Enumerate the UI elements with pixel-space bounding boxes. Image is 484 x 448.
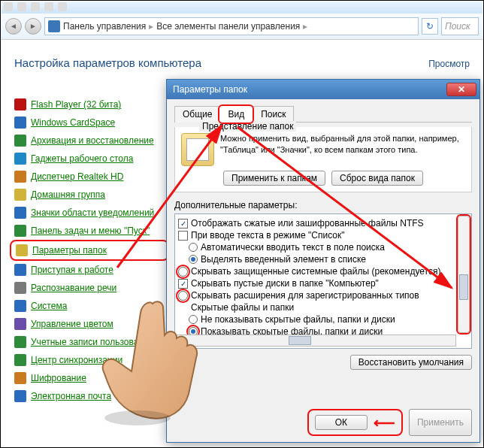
horizontal-scrollbar[interactable] [177,334,456,347]
checkbox[interactable] [178,267,188,277]
cp-item-1[interactable]: Windows CardSpace [14,117,165,129]
checkbox[interactable] [178,219,188,229]
checkbox[interactable] [178,279,188,289]
advanced-tree[interactable]: Отображать сжатые или зашифрованные файл… [174,213,472,349]
tree-label: Отображать сжатые или зашифрованные файл… [191,218,424,229]
cp-item-3[interactable]: Гаджеты рабочего стола [14,153,165,165]
cp-item-0[interactable]: Flash Player (32 бита) [14,98,165,110]
cp-item-icon [14,135,26,147]
tab-general[interactable]: Общие [174,106,220,123]
tree-label: Выделять введенный элемент в списке [201,254,366,265]
tree-label: Скрытые файлы и папки [191,302,294,313]
forward-button[interactable]: ► [25,18,41,35]
back-button[interactable]: ◄ [5,18,22,35]
cp-item-2[interactable]: Архивация и восстановление [14,135,165,147]
cp-item-11[interactable]: Система [14,300,165,312]
cp-item-label: Учетные записи пользователей [31,337,162,347]
cp-item-5[interactable]: Домашняя группа [14,189,165,201]
cp-item-icon [14,153,26,165]
tree-label: Не показывать скрытые файлы, папки и дис… [201,314,395,325]
close-button[interactable]: ✕ [446,83,476,96]
dialog-title: Параметры папок [173,84,247,95]
tree-row[interactable]: Автоматически вводить текст в поле поиск… [189,241,468,253]
cp-item-icon [14,318,26,330]
folder-view-group: Представление папок Можно применить вид,… [174,127,472,192]
cp-item-label: Управление цветом [31,319,113,329]
breadcrumb-1[interactable]: Панель управления [63,21,146,32]
breadcrumb[interactable]: Панель управления ▸ Все элементы панели … [44,17,419,35]
cp-item-icon [14,336,26,348]
cp-item-label: Центр синхронизации [31,355,123,365]
cp-item-label: Параметры папок [32,245,107,256]
cp-item-icon [14,372,26,384]
cp-item-label: Шифрование [31,373,86,383]
control-panel-list: Flash Player (32 бита)Windows CardSpaceА… [14,98,165,402]
refresh-button[interactable]: ↻ [422,18,438,35]
tree-row[interactable]: Отображать сжатые или зашифрованные файл… [178,217,468,229]
tab-search[interactable]: Поиск [253,106,294,123]
dialog-titlebar[interactable]: Параметры папок ✕ [167,80,479,99]
cp-item-label: Значки области уведомлений [31,207,154,218]
cp-item-16[interactable]: Электронная почта [14,390,165,402]
page-title: Настройка параметров компьютера [14,56,201,69]
cp-item-icon [14,98,26,110]
cp-item-15[interactable]: Шифрование [14,372,165,384]
cp-item-10[interactable]: Распознавание речи [14,282,165,294]
cp-item-9[interactable]: Приступая к работе [14,264,165,276]
cp-item-icon [14,189,26,201]
cp-item-label: Электронная почта [31,391,111,401]
radio[interactable] [189,243,198,252]
cp-item-label: Диспетчер Realtek HD [31,171,123,182]
cp-item-icon [14,207,26,219]
reset-folders-button[interactable]: Сброс вида папок [331,171,423,186]
tree-label: При вводе текста в режиме "Список" [191,230,345,241]
apply-to-folders-button[interactable]: Применить к папкам [223,171,325,186]
checkbox[interactable] [178,291,188,301]
cp-item-icon [14,300,26,312]
folder-icon [181,133,214,166]
cp-item-icon [14,282,26,294]
apply-button[interactable]: Применить [409,409,472,436]
view-mode-label[interactable]: Просмотр [428,59,470,69]
tab-view[interactable]: Вид [218,104,254,124]
checkbox[interactable] [178,231,188,241]
cp-item-4[interactable]: Диспетчер Realtek HD [14,171,165,183]
tree-row[interactable]: Скрывать расширения для зарегистрированн… [178,289,468,301]
cp-item-label: Домашняя группа [31,189,105,200]
tree-row[interactable]: При вводе текста в режиме "Список" [178,229,468,241]
cp-item-icon [14,354,26,366]
cp-item-13[interactable]: Учетные записи пользователей [14,336,165,348]
cp-item-icon [14,225,26,237]
tree-row[interactable]: Скрывать защищенные системные файлы (рек… [178,265,468,277]
cp-item-icon [14,171,26,183]
vertical-scrollbar[interactable] [458,216,470,333]
cp-item-icon [16,244,28,256]
cp-item-label: Flash Player (32 бита) [31,99,121,110]
cp-item-icon [14,117,26,129]
cp-item-7[interactable]: Панель задач и меню "Пуск" [14,225,165,237]
tree-row[interactable]: Выделять введенный элемент в списке [189,253,468,265]
ok-button[interactable]: ОК [315,415,368,430]
cp-item-6[interactable]: Значки области уведомлений [14,207,165,219]
tabs: Общие Вид Поиск [174,105,472,123]
tree-row[interactable]: Не показывать скрытые файлы, папки и дис… [189,313,468,325]
tree-row[interactable]: Скрытые файлы и папки [178,301,468,313]
ok-highlight: ОК ⟵ [307,409,403,436]
tree-label: Скрывать расширения для зарегистрированн… [191,290,419,301]
svg-point-2 [104,410,171,425]
restore-defaults-button[interactable]: Восстановить умолчания [350,355,472,370]
search-input[interactable]: Поиск [441,17,479,35]
arrow-annotation: ⟵ [374,413,395,431]
cp-item-icon [14,390,26,402]
breadcrumb-2[interactable]: Все элементы панели управления [156,21,300,32]
radio[interactable] [189,255,198,264]
cp-item-14[interactable]: Центр синхронизации [14,354,165,366]
cp-item-label: Windows CardSpace [31,117,115,128]
cp-item-label: Гаджеты рабочего стола [31,153,133,164]
cp-item-label: Архивация и восстановление [31,135,154,146]
cp-item-8[interactable]: Параметры папок [10,240,169,261]
tree-row[interactable]: Скрывать пустые диски в папке "Компьютер… [178,277,468,289]
cp-item-12[interactable]: Управление цветом [14,318,165,330]
tree-label: Скрывать пустые диски в папке "Компьютер… [191,278,379,289]
radio[interactable] [189,315,198,324]
